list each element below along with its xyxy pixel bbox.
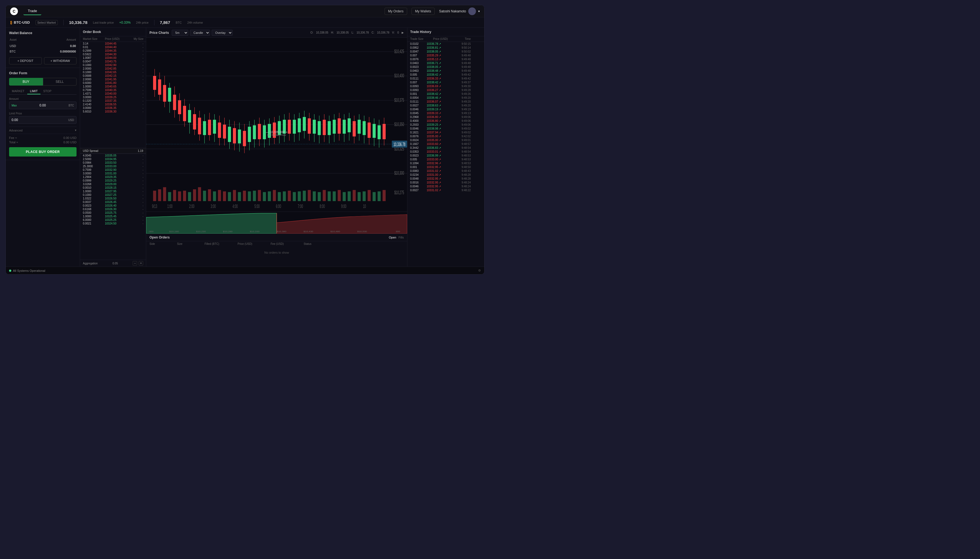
app-logo[interactable]: C — [10, 7, 18, 15]
ask-row[interactable]: 0.0110344.40- — [80, 45, 146, 49]
advanced-toggle[interactable]: Advanced ▾ — [9, 127, 76, 134]
bid-size: 1.0322 — [83, 197, 105, 200]
bid-row[interactable]: 4.004510335.05- — [80, 154, 146, 157]
trade-size: 0.007 — [410, 54, 427, 57]
select-market-button[interactable]: Select Market — [35, 20, 58, 25]
limit-tab[interactable]: LIMIT — [27, 88, 40, 94]
ask-row[interactable]: 2.000010341.95- — [80, 78, 146, 81]
svg-rect-128 — [243, 191, 246, 201]
amount-input[interactable]: Max 0.00 BTC — [9, 101, 76, 109]
svg-rect-117 — [188, 192, 191, 201]
bid-row[interactable]: 1.290410329.35- — [80, 175, 146, 179]
market-tab[interactable]: MARKET — [9, 88, 27, 94]
ask-row[interactable]: 2.000010342.85- — [80, 67, 146, 70]
wallet-col-amount: Amount — [30, 38, 76, 43]
place-order-button[interactable]: PLACE BUY ORDER — [9, 147, 76, 157]
ask-my-size: - — [127, 78, 143, 81]
bid-row[interactable]: 0.050010325.75- — [80, 211, 146, 215]
ask-row[interactable]: 3.000010336.35- — [80, 106, 146, 110]
ask-price: 10341.95 — [105, 78, 127, 81]
svg-rect-140 — [303, 191, 306, 201]
user-menu[interactable]: Satoshi Nakamoto ▾ — [439, 7, 480, 15]
ask-row[interactable]: 1.000010340.65- — [80, 85, 146, 88]
bid-row[interactable]: 25.300010333.00- — [80, 164, 146, 168]
ask-row[interactable]: 3.1410344.45- — [80, 42, 146, 45]
chart-area[interactable]: $10,425 $10,400 $10,375 $10,350 $10,325 … — [146, 38, 407, 212]
open-orders-header: Open Orders Open Fills — [146, 234, 407, 241]
open-tab[interactable]: Open — [389, 236, 396, 239]
bid-row[interactable]: 0.100010327.25- — [80, 193, 146, 197]
settings-icon[interactable]: ⚙ — [478, 269, 481, 272]
bid-row[interactable]: 0.002310326.40- — [80, 204, 146, 207]
ask-row[interactable]: 1.437110340.00- — [80, 92, 146, 96]
trade-time: 9:42:02 — [454, 135, 471, 138]
wallet-actions: + DEPOSIT + WITHDRAW — [9, 57, 76, 64]
bid-row[interactable]: 1.000010327.95- — [80, 190, 146, 193]
nav-tab-trade[interactable]: Trade — [23, 7, 41, 15]
trade-size: 0.0463 — [410, 69, 427, 72]
agg-plus-button[interactable]: + — [139, 261, 143, 265]
timeframe-select[interactable]: 5m1m15m1h — [172, 30, 188, 36]
svg-rect-132 — [263, 192, 266, 201]
ask-row[interactable]: 0.299910344.35- — [80, 49, 146, 53]
bid-row[interactable]: 1.032210326.50- — [80, 197, 146, 200]
svg-rect-114 — [173, 190, 176, 201]
my-wallets-button[interactable]: My Wallets — [411, 8, 434, 15]
ask-row[interactable]: 0.100010342.90- — [80, 63, 146, 67]
bid-row[interactable]: 0.001010328.15- — [80, 186, 146, 190]
ask-row[interactable]: 0.100010342.65- — [80, 70, 146, 74]
limit-price-group: Limit Price 0.00 USD — [9, 112, 76, 124]
nav-right: My Orders My Wallets Satoshi Nakamoto ▾ — [385, 7, 480, 15]
ask-row[interactable]: 0.759910340.35- — [80, 88, 146, 92]
withdraw-button[interactable]: + WITHDRAW — [44, 57, 77, 64]
bid-row[interactable]: 0.003710326.45- — [80, 200, 146, 204]
svg-rect-144 — [323, 190, 326, 201]
depth-chart[interactable]: -300 $10,180 $10,230 $10,280 $10,330 $10… — [146, 212, 407, 233]
trade-size: 0.0016 — [410, 181, 427, 184]
ask-row[interactable]: 0.132010337.35- — [80, 99, 146, 103]
bid-row[interactable]: 3.000010331.00- — [80, 172, 146, 175]
ask-row[interactable]: 2.414010336.55- — [80, 103, 146, 106]
limit-price-input[interactable]: 0.00 USD — [9, 116, 76, 124]
ask-row[interactable]: 1.008710344.00- — [80, 56, 146, 60]
chart-type-select[interactable]: CandleLine — [190, 30, 210, 36]
svg-rect-141 — [308, 190, 311, 201]
agg-minus-button[interactable]: − — [133, 261, 137, 265]
chart-nav-right[interactable]: ▶ — [401, 31, 404, 34]
bid-row[interactable]: 3.026810329.00- — [80, 182, 146, 186]
ask-row[interactable]: 0.592210344.30- — [80, 53, 146, 56]
trade-price: 10337.94 ↗ — [427, 131, 454, 134]
overlay-select[interactable]: Overlay — [212, 30, 233, 36]
deposit-button[interactable]: + DEPOSIT — [9, 57, 42, 64]
svg-text:3:00: 3:00 — [211, 203, 216, 209]
ask-row[interactable]: 0.600010341.80- — [80, 81, 146, 85]
bid-my-size: - — [127, 169, 143, 171]
svg-rect-120 — [203, 191, 206, 201]
trade-time: 9:49:06 — [454, 123, 471, 126]
trade-price: 10338.63 ↗ — [427, 104, 454, 107]
buy-tab[interactable]: BUY — [9, 78, 43, 86]
ask-row[interactable]: 5.601010336.30- — [80, 110, 146, 113]
bid-row[interactable]: 6.000010325.25- — [80, 218, 146, 222]
bid-row[interactable]: 0.002110324.50- — [80, 222, 146, 225]
bid-row[interactable]: 0.616810326.30- — [80, 207, 146, 211]
svg-rect-97 — [353, 121, 356, 136]
stop-tab[interactable]: STOP — [40, 88, 54, 94]
sell-tab[interactable]: SELL — [43, 78, 77, 86]
bid-row[interactable]: 1.000010325.45- — [80, 215, 146, 218]
fills-tab[interactable]: Fills — [398, 236, 404, 239]
max-button[interactable]: Max — [12, 104, 17, 107]
bid-row[interactable]: 2.500010334.95- — [80, 157, 146, 161]
ask-row[interactable]: 0.068810342.15- — [80, 74, 146, 78]
ask-row[interactable]: 3.000010339.25- — [80, 96, 146, 99]
my-orders-button[interactable]: My Orders — [385, 8, 407, 15]
ticker-bar: ₿ BTC-USD Select Market 10,336.78 Last t… — [6, 17, 484, 28]
trade-row: 0.00110338.42 ↗9:49:26 — [408, 92, 484, 96]
bid-row[interactable]: 0.098410333.50- — [80, 161, 146, 164]
trade-time: 9:48:57 — [454, 142, 471, 146]
ask-row[interactable]: 0.004710343.75- — [80, 60, 146, 63]
bid-row[interactable]: 0.759910332.90- — [80, 168, 146, 172]
bid-row[interactable]: 0.099910329.25- — [80, 179, 146, 182]
wallet-row: USD0.00 — [10, 43, 76, 48]
svg-rect-25 — [173, 94, 176, 110]
